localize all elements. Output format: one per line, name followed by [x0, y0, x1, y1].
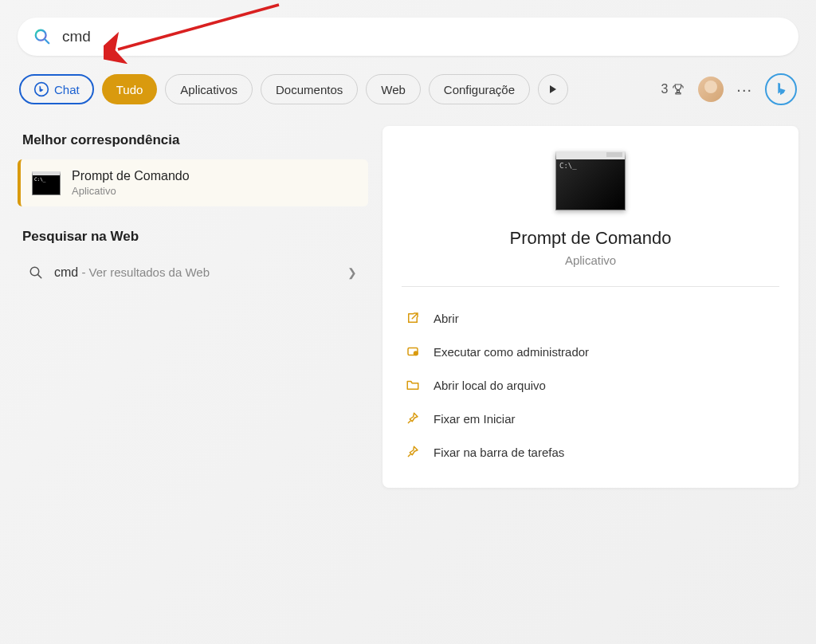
svg-line-2	[45, 39, 49, 43]
action-open-location[interactable]: Abrir local do arquivo	[402, 368, 779, 402]
user-avatar[interactable]	[698, 77, 724, 102]
tab-settings[interactable]: Configuraçõe	[429, 74, 530, 104]
bing-chat-icon	[33, 81, 49, 97]
pin-icon	[405, 444, 421, 460]
action-open-location-label: Abrir local do arquivo	[434, 379, 546, 392]
web-search-result[interactable]: cmd - Ver resultados da Web ❯	[18, 256, 368, 289]
search-box[interactable]	[18, 18, 798, 56]
svg-point-7	[414, 351, 418, 355]
svg-line-5	[38, 275, 41, 278]
best-match-subtitle: Aplicativo	[72, 185, 190, 197]
bing-icon	[772, 80, 790, 98]
best-match-result[interactable]: Prompt de Comando Aplicativo	[18, 159, 368, 206]
action-pin-start[interactable]: Fixar em Iniciar	[402, 402, 779, 435]
preview-title: Prompt de Comando	[402, 228, 779, 249]
tab-chat[interactable]: Chat	[19, 74, 94, 104]
action-run-admin-label: Executar como administrador	[434, 345, 589, 359]
action-open[interactable]: Abrir	[402, 301, 779, 335]
preview-panel: Prompt de Comando Aplicativo Abrir Execu…	[382, 126, 798, 488]
open-icon	[405, 310, 421, 326]
tab-chat-label: Chat	[54, 83, 80, 96]
best-match-heading: Melhor correspondência	[22, 132, 368, 148]
shield-icon	[405, 344, 421, 359]
magnifier-icon	[29, 265, 43, 280]
play-icon	[548, 84, 558, 94]
filter-tabs: Chat Tudo Aplicativos Documentos Web Con…	[18, 73, 798, 105]
tab-documents-label: Documentos	[276, 83, 343, 96]
folder-icon	[405, 377, 421, 393]
tab-web-label: Web	[381, 83, 406, 96]
results-panel: Melhor correspondência Prompt de Comando…	[18, 126, 368, 488]
pin-icon	[405, 410, 421, 426]
tab-apps[interactable]: Aplicativos	[165, 74, 253, 104]
web-result-text: cmd - Ver resultados da Web	[54, 265, 336, 280]
action-open-label: Abrir	[434, 312, 459, 325]
tab-all-label: Tudo	[116, 83, 143, 96]
action-run-admin[interactable]: Executar como administrador	[402, 335, 779, 368]
preview-subtitle: Aplicativo	[402, 253, 779, 267]
tab-all[interactable]: Tudo	[102, 74, 158, 104]
points-count: 3	[661, 82, 668, 96]
divider	[402, 286, 779, 287]
rewards-points[interactable]: 3	[661, 82, 685, 96]
more-tabs-button[interactable]	[538, 74, 568, 104]
search-input[interactable]	[62, 28, 783, 45]
web-result-hint: - Ver resultados da Web	[78, 265, 210, 279]
action-pin-taskbar-label: Fixar na barra de tarefas	[434, 446, 564, 459]
tab-settings-label: Configuraçõe	[444, 83, 515, 96]
cmd-icon	[32, 171, 61, 195]
action-pin-taskbar[interactable]: Fixar na barra de tarefas	[402, 435, 779, 469]
tab-documents[interactable]: Documentos	[261, 74, 358, 104]
tab-web[interactable]: Web	[366, 74, 421, 104]
web-search-heading: Pesquisar na Web	[22, 229, 368, 245]
chevron-right-icon: ❯	[347, 266, 357, 279]
action-pin-start-label: Fixar em Iniciar	[434, 412, 516, 426]
tab-apps-label: Aplicativos	[180, 83, 237, 96]
more-options-button[interactable]: ···	[736, 80, 752, 99]
preview-app-icon	[555, 151, 626, 210]
search-icon	[33, 28, 51, 45]
web-result-query: cmd	[54, 265, 78, 279]
best-match-title: Prompt de Comando	[72, 169, 190, 183]
bing-button[interactable]	[765, 73, 797, 105]
trophy-icon	[671, 82, 685, 96]
